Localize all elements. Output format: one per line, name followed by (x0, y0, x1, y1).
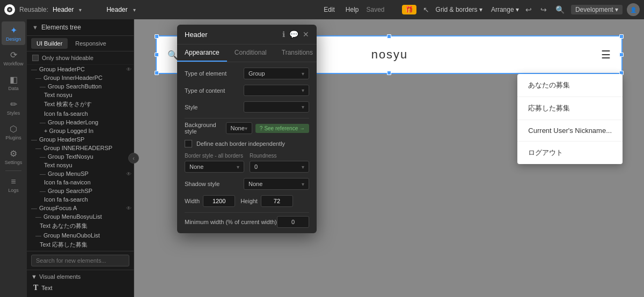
tree-item[interactable]: — Group HeaderLong (27, 118, 134, 127)
tree-item-label: Group MenuSP (48, 170, 89, 177)
development-button[interactable]: Development ▾ (571, 5, 623, 14)
modal-tab-appearance[interactable]: Appearance (177, 44, 227, 62)
sidebar-item-settings[interactable]: ⚙ Settings (2, 145, 25, 168)
modal-tab-transitions[interactable]: Transitions (274, 44, 320, 62)
sidebar-item-design-label: Design (6, 36, 21, 42)
dropdown-item-logout[interactable]: ログアウト (517, 142, 623, 164)
tree-item[interactable]: — Group MenuBosyuList (27, 212, 134, 221)
visual-item-text[interactable]: T Text (31, 282, 129, 294)
border-style-group: Border style - all borders None ▾ (185, 153, 244, 173)
shadow-style-select[interactable]: None ▾ (244, 178, 309, 190)
roundness-control[interactable]: 0 ▾ (250, 161, 309, 173)
tree-item[interactable]: Text nosyu (27, 91, 134, 99)
tree-item[interactable]: — Group INNERHEADERSP (27, 144, 134, 152)
define-border-checkbox[interactable] (185, 140, 192, 147)
sidebar-item-design[interactable]: ✦ Design (2, 21, 25, 45)
style-select[interactable]: ▾ (244, 101, 309, 113)
type-of-element-select[interactable]: Group ▾ (244, 68, 309, 79)
tree-item[interactable]: — Group InnerHeaderPC (27, 73, 134, 82)
top-bar: Reusable: Header ▾ Header ▾ Edit Help Sa… (0, 0, 644, 19)
tree-item[interactable]: Text あなたの募集 (27, 221, 134, 231)
tree-item-label: Icon fa fa-search (44, 196, 88, 203)
tree-item[interactable]: — Group MenuSP 👁 (27, 169, 134, 178)
sidebar-item-workflow[interactable]: ⟳ Workflow (2, 46, 25, 70)
tree-eye-icon[interactable]: 👁 (126, 171, 131, 177)
tree-item-label: Group INNERHEADERSP (43, 145, 112, 151)
dropdown-item-oubo[interactable]: 応募した募集 (517, 97, 623, 120)
type-of-content-label: Type of content (185, 87, 244, 94)
grid-borders-button[interactable]: Grid & borders ▾ (436, 6, 482, 13)
help-button[interactable]: Help (342, 5, 362, 14)
min-width-input[interactable] (277, 216, 309, 228)
tree-item[interactable]: — Group HeaderSP (27, 135, 134, 144)
sidebar-item-workflow-label: Workflow (4, 61, 24, 66)
tree-container: — Group HeaderPC 👁 — Group InnerHeaderPC… (27, 65, 134, 251)
min-width-row: Minimum width (% of current width) (185, 216, 309, 228)
modal-header: Header ℹ 💬 ✕ (177, 25, 317, 44)
tree-eye-icon[interactable]: 👁 (126, 66, 131, 72)
roundness-arrow: ▾ (302, 164, 304, 170)
sidebar-item-plugins[interactable]: ⬡ Plugins (2, 120, 25, 144)
header2-dropdown-arrow[interactable]: ▾ (133, 7, 136, 13)
tree-eye-icon[interactable]: 👁 (126, 205, 131, 211)
tree-item-label: Group InnerHeaderPC (43, 75, 103, 81)
width-input[interactable] (203, 195, 235, 207)
style-label: Style (185, 104, 244, 110)
collapse-panel-button[interactable]: ‹ (128, 153, 139, 164)
height-input[interactable] (261, 195, 293, 207)
panel-header: ▼ Elements tree (27, 19, 134, 36)
tree-item[interactable]: + Group Logged In (27, 127, 134, 135)
width-height-row: Width Height (185, 195, 309, 207)
tab-responsive[interactable]: Responsive (70, 38, 111, 49)
tree-item[interactable]: Icon fa fa-search (27, 195, 134, 204)
gift-button[interactable]: 🎁 (402, 5, 416, 14)
tree-item[interactable]: — Group SearchButton (27, 82, 134, 91)
tree-item[interactable]: — Group SearchSP (27, 187, 134, 195)
canvas-area: 🔍 nosyu ☰ あなたの募集 応募した募集 Current User's N… (134, 19, 644, 297)
width-label: Width (185, 198, 200, 204)
cursor-icon[interactable]: ↖ (421, 5, 431, 14)
modal-close-icon[interactable]: ✕ (303, 30, 309, 39)
sidebar-item-styles[interactable]: ✏ Styles (2, 95, 25, 119)
tree-item[interactable]: Text nosyu (27, 161, 134, 169)
tree-item-label: Text あなたの募集 (40, 222, 87, 230)
style-arrow: ▾ (302, 104, 304, 110)
only-show-hideable-row: Only show hideable (27, 51, 134, 65)
see-reference-icon: ? (260, 125, 263, 131)
modal-tab-conditional[interactable]: Conditional (227, 44, 274, 62)
handle-ml (155, 53, 159, 57)
tree-item[interactable]: — Group HeaderPC 👁 (27, 65, 134, 73)
dropdown-item-bosyu[interactable]: あなたの募集 (517, 74, 623, 97)
tree-item-label: Group SearchSP (48, 188, 92, 194)
sidebar-item-logs[interactable]: ≡ Logs (2, 173, 25, 197)
tree-item[interactable]: Text 応募した募集 (27, 240, 134, 250)
tree-item[interactable]: Text 検索をさがす (27, 99, 134, 109)
type-of-content-select[interactable]: ▾ (244, 85, 309, 96)
arrange-button[interactable]: Arrange ▾ (491, 6, 519, 13)
background-style-select[interactable]: None ▾ (226, 122, 252, 134)
only-show-hideable-checkbox[interactable] (32, 55, 39, 61)
modal-info-icon[interactable]: ℹ (282, 30, 285, 39)
border-style-select[interactable]: None ▾ (185, 161, 244, 173)
tree-item-label: Text 応募した募集 (40, 241, 87, 249)
background-style-value: None (231, 125, 245, 131)
border-style-value: None (189, 164, 203, 170)
roundness-label: Roundness (250, 153, 309, 159)
undo-button[interactable]: ↩ (523, 5, 534, 14)
edit-button[interactable]: Edit (320, 5, 338, 14)
tree-item[interactable]: Icon fa fa-navicon (27, 178, 134, 187)
tree-item[interactable]: Icon fa fa-search (27, 109, 134, 118)
tab-ui-builder[interactable]: UI Builder (31, 38, 68, 49)
user-avatar[interactable]: 👤 (627, 3, 640, 16)
dropdown-item-profile[interactable]: Current User's Nickname... (517, 120, 623, 142)
tree-item[interactable]: — Group TextNosyu (27, 152, 134, 161)
redo-button[interactable]: ↪ (538, 5, 549, 14)
header-dropdown-arrow[interactable]: ▾ (79, 7, 82, 13)
tree-item[interactable]: — GroupFocus A 👁 (27, 204, 134, 212)
tree-item[interactable]: — Group MenuOuboList (27, 231, 134, 240)
search-top-button[interactable]: 🔍 (553, 5, 567, 14)
modal-comment-icon[interactable]: 💬 (289, 30, 298, 39)
sidebar-item-data[interactable]: ◧ Data (2, 71, 25, 94)
see-reference-button[interactable]: ? See reference → (255, 124, 309, 133)
search-elements-input[interactable] (31, 255, 129, 266)
